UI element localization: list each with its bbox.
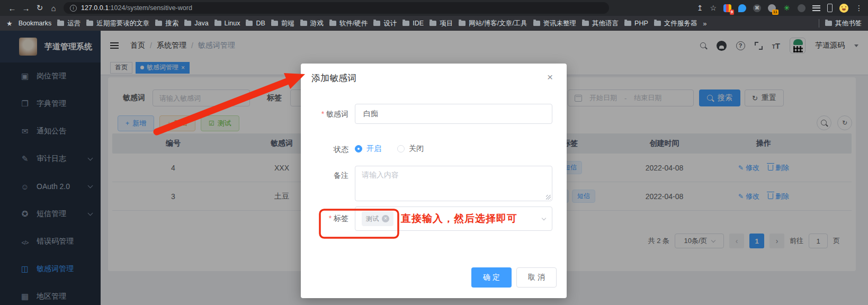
reading-list-icon[interactable] <box>812 5 820 11</box>
status-label: 状态 <box>301 145 348 155</box>
reload-icon[interactable]: ↻ <box>33 3 47 13</box>
bookmark-folder[interactable]: 设计 <box>373 19 397 28</box>
other-bookmarks[interactable]: 其他书签 <box>825 19 862 28</box>
radio-unselected-icon <box>397 145 405 152</box>
close-dialog-icon[interactable] <box>547 72 553 82</box>
back-icon[interactable]: ← <box>5 4 19 13</box>
folder-icon <box>533 21 540 26</box>
bookmark-folder[interactable]: 游戏 <box>300 19 324 28</box>
bookmark-folder[interactable]: 搜索 <box>155 19 178 28</box>
folder-icon <box>402 21 409 26</box>
bookmark-label: 近期需要读的文章 <box>96 19 149 28</box>
folder-icon <box>373 21 380 26</box>
bookmark-folder[interactable]: Linux <box>214 20 240 27</box>
bookmark-label: 前端 <box>281 19 294 28</box>
status-radio-group: 开启 关闭 <box>355 144 424 154</box>
bookmarks-star-icon: ★ <box>6 20 13 28</box>
extension-icon[interactable]: ✳ <box>783 4 791 12</box>
status-field-row: 状态 开启 关闭 <box>301 144 567 156</box>
extension-badge: 9 <box>730 10 734 15</box>
remark-label: 备注 <box>301 171 348 181</box>
bookmarks-label: Bookmarks <box>19 20 52 27</box>
bookmark-star-icon[interactable]: ☆ <box>710 4 717 12</box>
extension-icon[interactable] <box>738 4 746 12</box>
folder-icon <box>582 21 589 26</box>
word-label: 敏感词 <box>301 110 348 119</box>
word-input[interactable] <box>355 104 552 124</box>
bookmark-folder[interactable]: DB <box>246 20 265 27</box>
bookmark-folder[interactable]: PHP <box>624 20 648 27</box>
bookmark-folder[interactable]: Java <box>184 20 208 27</box>
bookmark-label: 资讯未整理 <box>543 19 577 28</box>
folder-icon <box>654 21 661 26</box>
bookmarks-bar: ★ Bookmarks 运营 近期需要读的文章 搜索 Java Linux DB… <box>0 16 868 31</box>
divider <box>819 19 819 28</box>
bookmark-label: 设计 <box>383 19 397 28</box>
bookmark-folder[interactable]: 其他语言 <box>582 19 619 28</box>
extension-badge: 11 <box>772 10 778 15</box>
dialog-title: 添加敏感词 <box>311 72 356 84</box>
device-icon[interactable] <box>827 4 833 12</box>
folder-icon <box>624 21 631 26</box>
profile-avatar-icon[interactable] <box>839 4 848 13</box>
bookmark-label: DB <box>256 20 265 27</box>
extension-icon[interactable]: 9 <box>723 4 731 12</box>
bookmark-label: PHP <box>634 20 648 27</box>
bookmark-label: Linux <box>225 20 240 27</box>
bookmark-folder[interactable]: 运营 <box>57 19 80 28</box>
share-icon[interactable]: ↥ <box>697 4 703 12</box>
remove-tag-icon[interactable] <box>382 215 389 222</box>
tag-label: 标签 <box>301 214 348 223</box>
browser-menu-icon[interactable]: ⋮ <box>855 4 863 12</box>
radio-label: 关闭 <box>409 144 424 154</box>
confirm-button[interactable]: 确 定 <box>471 267 512 288</box>
home-icon[interactable]: ⌂ <box>47 4 60 13</box>
bookmark-label: 网站/博客/文章/工具 <box>469 19 527 28</box>
bookmark-folder[interactable]: 前端 <box>271 19 294 28</box>
radio-status-on[interactable]: 开启 <box>355 144 381 154</box>
bookmark-folder[interactable]: 近期需要读的文章 <box>86 19 149 28</box>
cancel-button[interactable]: 取 消 <box>516 267 557 288</box>
extension-icon[interactable]: ⌘ <box>753 4 761 12</box>
folder-icon <box>246 21 253 26</box>
radio-selected-icon <box>355 145 362 152</box>
extensions-puzzle-icon[interactable] <box>798 4 806 12</box>
address-bar[interactable]: i 127.0.0.1:1024/system/sensitive-word <box>64 2 609 14</box>
tag-chip-label: 测试 <box>366 214 379 223</box>
folder-icon <box>214 21 221 26</box>
bookmark-label: 软件/硬件 <box>339 19 368 28</box>
tag-chip: 测试 <box>362 211 393 226</box>
folder-icon <box>300 21 307 26</box>
bookmark-label: 其他书签 <box>835 19 862 28</box>
folder-icon <box>184 21 191 26</box>
bookmark-label: 运营 <box>67 19 80 28</box>
bookmark-folder[interactable]: 资讯未整理 <box>533 19 577 28</box>
radio-status-off[interactable]: 关闭 <box>397 144 424 154</box>
folder-icon <box>459 21 466 26</box>
bookmarks-overflow-icon[interactable]: » <box>703 20 706 28</box>
add-sensitive-word-dialog: 添加敏感词 敏感词 状态 开启 关闭 备注 标签 测试 直接输入，然后选择即可 … <box>301 64 567 298</box>
tag-multi-select[interactable]: 测试 直接输入，然后选择即可 <box>355 207 552 231</box>
folder-icon <box>86 21 93 26</box>
bookmark-folder[interactable]: 项目 <box>429 19 453 28</box>
bookmark-folder[interactable]: IDE <box>402 20 424 27</box>
bookmark-label: 游戏 <box>310 19 324 28</box>
folder-icon <box>155 21 162 26</box>
folder-icon <box>329 21 336 26</box>
extension-icon[interactable]: 11 <box>768 4 776 12</box>
site-info-icon[interactable]: i <box>70 5 77 12</box>
annotation-hint-text: 直接输入，然后选择即可 <box>401 212 517 226</box>
remark-textarea[interactable] <box>355 166 552 201</box>
bookmark-folder[interactable]: 软件/硬件 <box>329 19 368 28</box>
forward-icon[interactable]: → <box>19 4 33 13</box>
folder-icon <box>271 21 278 26</box>
url-host: 127.0.0.1 <box>81 4 109 12</box>
folder-icon <box>825 21 832 26</box>
bookmark-folder[interactable]: 网站/博客/文章/工具 <box>459 19 527 28</box>
url-path: :1024/system/sensitive-word <box>109 4 192 12</box>
bookmark-label: 文件服务器 <box>664 19 697 28</box>
chevron-down-icon <box>542 216 546 220</box>
browser-toolbar: ← → ↻ ⌂ i 127.0.0.1:1024/system/sensitiv… <box>0 0 868 16</box>
bookmark-label: 项目 <box>440 19 453 28</box>
bookmark-folder[interactable]: 文件服务器 <box>654 19 697 28</box>
